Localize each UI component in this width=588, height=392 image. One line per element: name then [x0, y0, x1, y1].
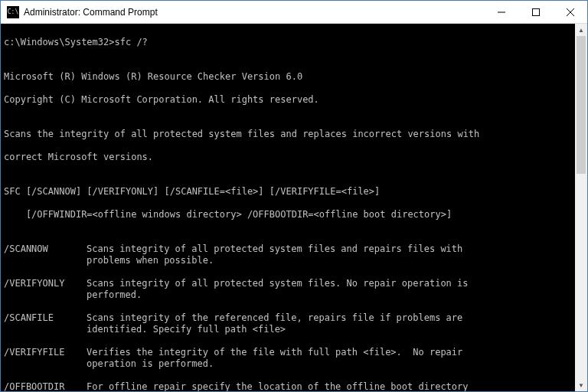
option-desc: Scans integrity of all protected system …	[87, 243, 572, 266]
option-key: /VERIFYFILE	[4, 347, 87, 370]
option-key: /SCANFILE	[4, 312, 87, 335]
option-row: /VERIFYONLYScans integrity of all protec…	[4, 278, 572, 301]
output-line: [/OFFWINDIR=<offline windows directory> …	[4, 209, 572, 220]
option-key: /OFFBOOTDIR	[4, 381, 87, 391]
maximize-button[interactable]	[518, 1, 553, 23]
close-icon	[567, 8, 574, 16]
scroll-up-icon[interactable]: ▲	[575, 24, 587, 36]
minimize-button[interactable]	[484, 1, 518, 23]
window-title: Administrator: Command Prompt	[24, 7, 158, 18]
output-line: Microsoft (R) Windows (R) Resource Check…	[4, 71, 572, 83]
option-row: /SCANNOWScans integrity of all protected…	[4, 243, 572, 266]
output-line: Scans the integrity of all protected sys…	[4, 129, 572, 140]
close-button[interactable]	[553, 1, 587, 23]
output-line: SFC [/SCANNOW] [/VERIFYONLY] [/SCANFILE=…	[4, 186, 572, 198]
titlebar[interactable]: C:\ Administrator: Command Prompt	[1, 1, 587, 24]
console-output[interactable]: c:\Windows\System32>sfc /? Microsoft (R)…	[1, 24, 575, 391]
option-desc: Scans integrity of the referenced file, …	[87, 312, 572, 335]
vertical-scrollbar[interactable]: ▲ ▼	[575, 24, 587, 391]
output-line: Copyright (C) Microsoft Corporation. All…	[4, 94, 572, 106]
option-desc: For offline repair specify the location …	[87, 381, 572, 391]
option-key: /VERIFYONLY	[4, 278, 87, 301]
cmd-icon: C:\	[7, 6, 19, 18]
option-desc: Scans integrity of all protected system …	[87, 278, 572, 301]
option-key: /SCANNOW	[4, 243, 87, 266]
scroll-down-icon[interactable]: ▼	[575, 379, 587, 391]
option-row: /SCANFILEScans integrity of the referenc…	[4, 312, 572, 335]
console-area: c:\Windows\System32>sfc /? Microsoft (R)…	[1, 24, 587, 391]
option-row: /VERIFYFILEVerifies the integrity of the…	[4, 347, 572, 370]
minimize-icon	[498, 8, 505, 16]
output-line: correct Microsoft versions.	[4, 152, 572, 163]
command-prompt-window: C:\ Administrator: Command Prompt c:\Win…	[0, 0, 588, 392]
option-row: /OFFBOOTDIRFor offline repair specify th…	[4, 381, 572, 391]
scrollbar-thumb[interactable]	[577, 36, 586, 174]
maximize-icon	[532, 8, 540, 16]
prompt-line: c:\Windows\System32>sfc /?	[4, 37, 572, 48]
svg-rect-1	[532, 8, 539, 15]
option-desc: Verifies the integrity of the file with …	[87, 347, 572, 370]
